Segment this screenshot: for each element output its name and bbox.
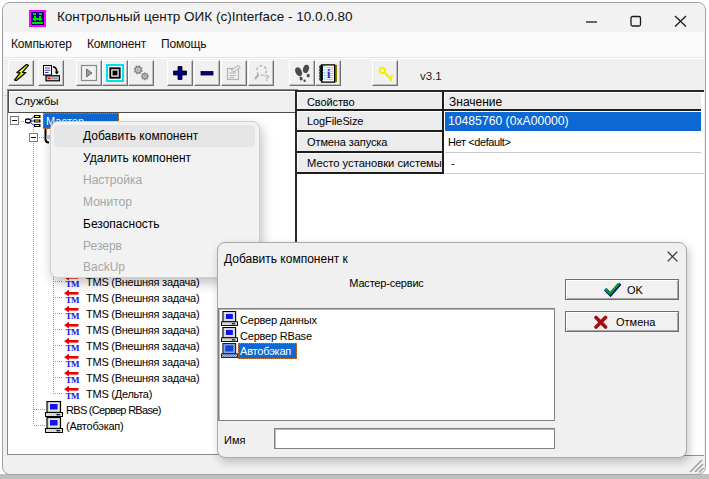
svg-text:ТМ: ТМ (66, 295, 80, 304)
svg-text:ТМ: ТМ (66, 311, 80, 320)
svg-text:ТМ: ТМ (66, 375, 80, 384)
svg-text:ТМ: ТМ (66, 359, 80, 368)
svg-text:ТМ: ТМ (66, 391, 80, 400)
svg-text:?: ? (264, 73, 270, 83)
svg-text:ТМ: ТМ (66, 279, 80, 288)
svg-text:ТМ: ТМ (66, 327, 80, 336)
svg-text:ТМ: ТМ (66, 343, 80, 352)
